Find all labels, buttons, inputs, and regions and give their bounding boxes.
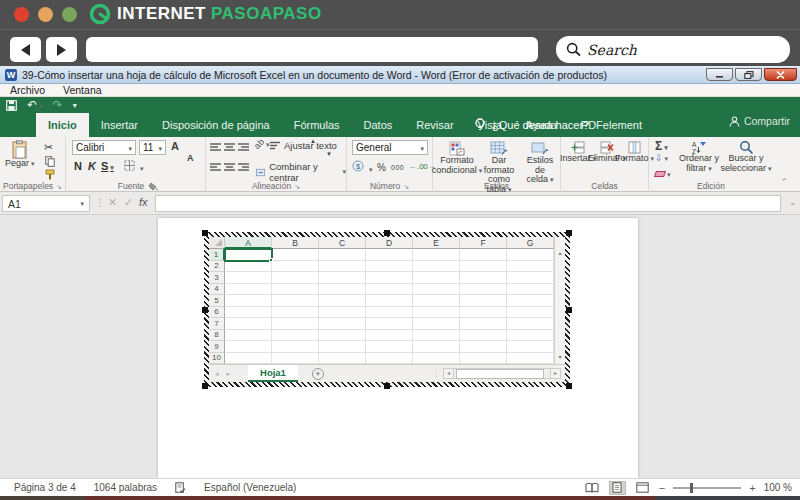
cell-G2[interactable] xyxy=(507,261,554,273)
row-header-1[interactable]: 1 xyxy=(209,249,225,261)
cell-B2[interactable] xyxy=(272,261,319,273)
restore-button[interactable] xyxy=(735,68,762,81)
minimize-button[interactable] xyxy=(706,68,733,81)
cell-A1[interactable] xyxy=(225,249,272,261)
cell-E10[interactable] xyxy=(413,353,460,365)
cell-D1[interactable] xyxy=(366,249,413,261)
name-box[interactable]: A1 ▾ xyxy=(2,195,90,212)
zoom-in-icon[interactable]: + xyxy=(749,482,755,494)
cell-D4[interactable] xyxy=(366,284,413,296)
collapse-ribbon-icon[interactable]: ⌃ xyxy=(780,177,788,187)
cell-D3[interactable] xyxy=(366,272,413,284)
embedded-excel-object[interactable]: ABCDEFG1▴2345678910▾ ◂ ▸ Hoja1 + ⋮ ◂ ▸ xyxy=(204,232,570,387)
find-select-button[interactable]: Buscar y seleccionar xyxy=(723,140,769,173)
document-page[interactable]: ABCDEFG1▴2345678910▾ ◂ ▸ Hoja1 + ⋮ ◂ ▸ xyxy=(158,218,638,478)
clear-icon[interactable] xyxy=(655,167,671,179)
cell-E7[interactable] xyxy=(413,318,460,330)
row-header-8[interactable]: 8 xyxy=(209,330,225,342)
cell-C3[interactable] xyxy=(319,272,366,284)
page-indicator[interactable]: Página 3 de 4 xyxy=(14,482,76,493)
cell-B4[interactable] xyxy=(272,284,319,296)
cell-F1[interactable] xyxy=(460,249,507,261)
cell-A10[interactable] xyxy=(225,353,272,365)
resize-handle[interactable] xyxy=(202,383,208,389)
resize-handle[interactable] xyxy=(384,230,390,236)
cell-B9[interactable] xyxy=(272,341,319,353)
percent-icon[interactable]: % xyxy=(377,162,386,173)
row-header-7[interactable]: 7 xyxy=(209,318,225,330)
cell-A8[interactable] xyxy=(225,330,272,342)
wrap-text-button[interactable]: Ajustar texto xyxy=(270,140,337,151)
row-header-9[interactable]: 9 xyxy=(209,341,225,353)
traffic-light-zoom-icon[interactable] xyxy=(62,7,77,22)
column-header-G[interactable]: G xyxy=(507,237,554,249)
cell-D5[interactable] xyxy=(366,295,413,307)
menu-archivo[interactable]: Archivo xyxy=(10,84,45,96)
zoom-slider-thumb[interactable] xyxy=(690,483,693,493)
cell-A7[interactable] xyxy=(225,318,272,330)
cell-B10[interactable] xyxy=(272,353,319,365)
cell-F9[interactable] xyxy=(460,341,507,353)
autosum-icon[interactable]: Σ xyxy=(655,139,668,153)
resize-handle[interactable] xyxy=(202,307,208,313)
cell-E4[interactable] xyxy=(413,284,460,296)
row-header-6[interactable]: 6 xyxy=(209,307,225,319)
address-bar[interactable] xyxy=(86,37,538,62)
cell-F7[interactable] xyxy=(460,318,507,330)
cell-E3[interactable] xyxy=(413,272,460,284)
zoom-level[interactable]: 100 % xyxy=(764,482,792,493)
cell-D2[interactable] xyxy=(366,261,413,273)
cell-A5[interactable] xyxy=(225,295,272,307)
cell-F8[interactable] xyxy=(460,330,507,342)
cut-icon[interactable]: ✂ xyxy=(44,141,53,154)
cell-C9[interactable] xyxy=(319,341,366,353)
sort-filter-button[interactable]: A Z Ordenar y filtrar xyxy=(677,140,721,173)
read-mode-icon[interactable] xyxy=(584,481,601,495)
tab-insertar[interactable]: Insertar xyxy=(89,113,150,137)
cell-A4[interactable] xyxy=(225,284,272,296)
cell-C4[interactable] xyxy=(319,284,366,296)
align-top-icon[interactable] xyxy=(210,142,221,152)
cell-G1[interactable] xyxy=(507,249,554,261)
scroll-left-icon[interactable]: ◂ xyxy=(443,368,454,379)
fill-handle[interactable] xyxy=(269,258,273,262)
orientation-icon[interactable]: ab xyxy=(254,139,270,149)
scroll-down-icon[interactable]: ▾ xyxy=(558,353,561,360)
align-center-icon[interactable] xyxy=(224,162,235,172)
sheet-nav-left-icon[interactable]: ◂ xyxy=(213,370,221,378)
cell-G7[interactable] xyxy=(507,318,554,330)
cell-C6[interactable] xyxy=(319,307,366,319)
row-header-2[interactable]: 2 xyxy=(209,261,225,273)
share-button[interactable]: Compartir xyxy=(729,115,790,127)
zoom-out-icon[interactable]: − xyxy=(659,482,665,494)
language-indicator[interactable]: Español (Venezuela) xyxy=(204,482,296,493)
web-layout-icon[interactable] xyxy=(634,481,651,495)
row-header-3[interactable]: 3 xyxy=(209,272,225,284)
column-header-F[interactable]: F xyxy=(460,237,507,249)
cell-F6[interactable] xyxy=(460,307,507,319)
cell-A2[interactable] xyxy=(225,261,272,273)
row-header-4[interactable]: 4 xyxy=(209,284,225,296)
cell-F2[interactable] xyxy=(460,261,507,273)
traffic-light-minimize-icon[interactable] xyxy=(38,7,53,22)
tab-inicio[interactable]: Inicio xyxy=(36,113,89,137)
vertical-scrollbar[interactable] xyxy=(554,237,565,249)
align-right-icon[interactable] xyxy=(238,162,249,172)
fill-icon[interactable]: ⇩ xyxy=(655,153,668,163)
cell-A3[interactable] xyxy=(225,272,272,284)
tab-f-rmulas[interactable]: Fórmulas xyxy=(282,113,352,137)
column-header-E[interactable]: E xyxy=(413,237,460,249)
back-button[interactable] xyxy=(10,37,41,62)
italic-button[interactable]: K xyxy=(88,160,96,172)
cell-D10[interactable] xyxy=(366,353,413,365)
cell-G3[interactable] xyxy=(507,272,554,284)
zoom-slider[interactable] xyxy=(673,487,741,489)
cell-F10[interactable] xyxy=(460,353,507,365)
currency-icon[interactable]: $ xyxy=(352,160,373,174)
tab-disposici-n-de-p-gina[interactable]: Disposición de página xyxy=(150,113,282,137)
word-count[interactable]: 1064 palabras xyxy=(94,482,157,493)
cell-G10[interactable] xyxy=(507,353,554,365)
merge-center-button[interactable]: Combinar y centrar xyxy=(256,161,346,183)
cell-E5[interactable] xyxy=(413,295,460,307)
cell-D8[interactable] xyxy=(366,330,413,342)
